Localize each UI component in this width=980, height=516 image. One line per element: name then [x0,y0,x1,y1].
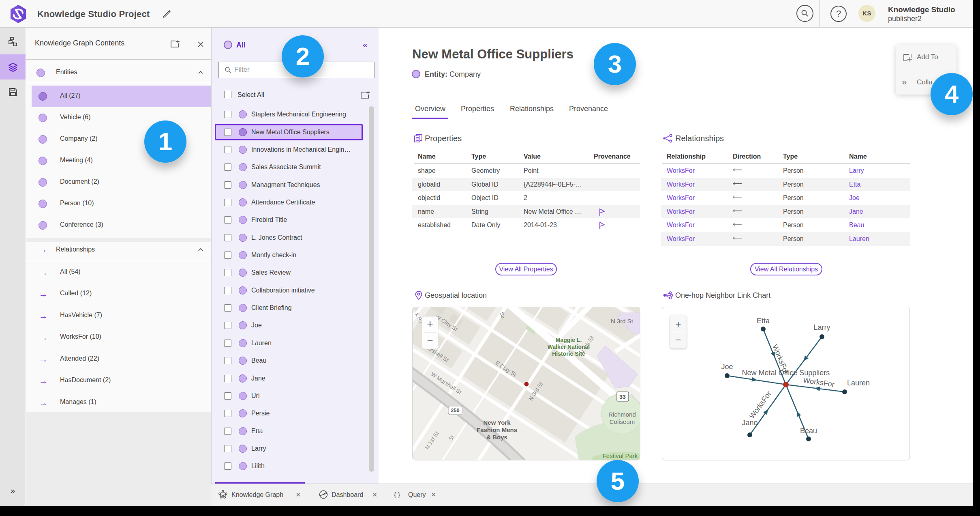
svg-text:WorksFor: WorksFor [748,390,773,420]
svg-text:Joe: Joe [721,363,733,371]
svg-text:250: 250 [451,407,460,413]
svg-text:Jane: Jane [742,419,757,427]
svg-text:Richmond: Richmond [608,411,636,418]
svg-text:& Boys: & Boys [486,434,507,441]
svg-text:New York: New York [484,419,511,426]
svg-text:33: 33 [619,393,626,400]
svg-text:Fashion Mens: Fashion Mens [477,426,517,433]
svg-text:Lauren: Lauren [847,379,870,387]
svg-text:WorksFor: WorksFor [802,376,835,389]
svg-text:−: − [427,335,433,347]
svg-text:+: + [427,318,433,330]
svg-text:Larry: Larry [813,323,830,331]
svg-text:Coliseum: Coliseum [610,418,635,425]
svg-text:N 3rd St: N 3rd St [611,318,633,325]
svg-text:Beau: Beau [800,427,817,435]
svg-text:Festival Park: Festival Park [603,452,638,459]
svg-text:Maggie L.: Maggie L. [556,337,582,343]
svg-text:Etta: Etta [757,317,770,325]
